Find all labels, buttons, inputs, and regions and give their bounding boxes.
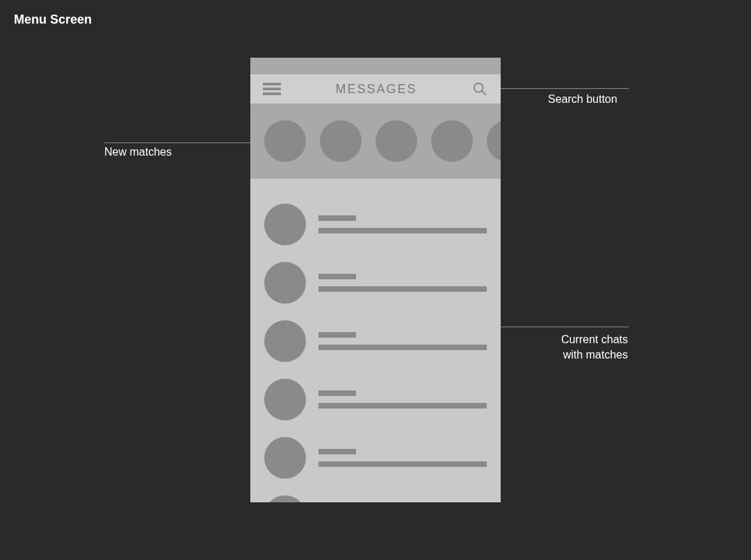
chat-name-placeholder <box>318 332 356 338</box>
chat-text-block <box>318 390 487 409</box>
chat-avatar <box>264 437 306 479</box>
chat-text-block <box>318 274 487 292</box>
chat-text-block <box>318 215 487 233</box>
menu-button[interactable] <box>263 83 281 95</box>
match-avatar[interactable] <box>487 120 501 162</box>
annotation-label-search: Search button <box>548 92 617 107</box>
chat-row[interactable] <box>250 312 501 370</box>
header-title: MESSAGES <box>335 82 417 97</box>
chat-preview-placeholder <box>318 286 487 292</box>
annotation-line-search <box>487 88 629 89</box>
chat-row[interactable] <box>250 370 501 429</box>
chat-avatar <box>264 379 306 420</box>
chat-row[interactable] <box>250 429 501 487</box>
chat-text-block <box>318 332 487 350</box>
chat-avatar <box>264 320 306 362</box>
chat-name-placeholder <box>318 390 356 396</box>
match-avatar[interactable] <box>376 120 417 162</box>
annotation-line-new-matches <box>104 142 271 143</box>
chat-preview-placeholder <box>318 461 487 467</box>
chat-list[interactable] <box>250 179 501 502</box>
chat-avatar <box>264 204 306 245</box>
hamburger-icon <box>263 92 281 95</box>
annotation-label-new-matches: New matches <box>104 145 172 160</box>
search-button[interactable] <box>471 81 488 97</box>
annotation-label-chats-1: Current chats <box>551 332 628 347</box>
hamburger-icon <box>263 83 281 85</box>
match-avatar[interactable] <box>264 120 306 162</box>
chat-row[interactable] <box>250 195 501 254</box>
hamburger-icon <box>263 88 281 90</box>
chat-row[interactable] <box>250 487 501 502</box>
annotation-line-chats <box>487 327 629 327</box>
app-header: MESSAGES <box>250 74 501 104</box>
chat-row[interactable] <box>250 254 501 312</box>
chat-name-placeholder <box>318 215 356 221</box>
chat-name-placeholder <box>318 274 356 279</box>
status-bar <box>250 58 501 74</box>
chat-text-block <box>318 449 487 467</box>
chat-preview-placeholder <box>318 345 487 350</box>
chat-name-placeholder <box>318 449 356 454</box>
page-title: Menu Screen <box>14 13 92 27</box>
svg-line-1 <box>482 91 486 95</box>
search-icon <box>472 81 487 97</box>
chat-preview-placeholder <box>318 228 487 233</box>
match-avatar[interactable] <box>320 120 362 162</box>
phone-frame: MESSAGES <box>250 58 501 502</box>
chat-preview-placeholder <box>318 403 487 409</box>
chat-avatar <box>264 495 306 502</box>
chat-avatar <box>264 262 306 304</box>
match-avatar[interactable] <box>431 120 473 162</box>
annotation-label-chats-2: with matches <box>551 347 628 363</box>
new-matches-strip[interactable] <box>250 104 501 179</box>
